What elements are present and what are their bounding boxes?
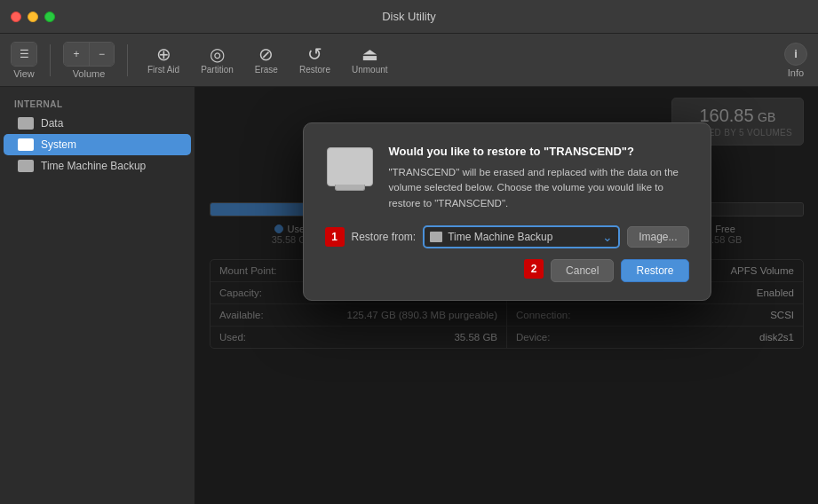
add-volume-button[interactable]: + bbox=[64, 43, 89, 66]
view-label: View bbox=[13, 68, 35, 79]
dialog-body: "TRANSCEND" will be erased and replaced … bbox=[389, 165, 689, 211]
chevron-down-icon: ⌄ bbox=[602, 230, 613, 244]
window-title: Disk Utility bbox=[382, 10, 436, 23]
partition-label: Partition bbox=[201, 65, 234, 75]
info-button[interactable]: i bbox=[784, 43, 807, 66]
first-aid-button[interactable]: ⊕ First Aid bbox=[140, 42, 187, 78]
view-sidebar-button[interactable]: ☰ bbox=[12, 43, 36, 66]
sidebar: Internal Data System Time Machine Backup bbox=[0, 87, 195, 504]
sidebar-item-time-machine[interactable]: Time Machine Backup bbox=[4, 155, 191, 177]
select-disk-icon bbox=[430, 232, 442, 242]
dialog-disk-icon bbox=[325, 145, 375, 189]
toolbar-view-group: ☰ View bbox=[11, 42, 37, 79]
dialog-title: Would you like to restore to "TRANSCEND"… bbox=[389, 145, 689, 158]
restore-from-label: Restore from: bbox=[352, 231, 417, 243]
toolbar-divider bbox=[50, 44, 51, 76]
sidebar-item-system-label: System bbox=[41, 138, 76, 151]
toolbar: ☰ View + − Volume ⊕ First Aid ◎ Partitio… bbox=[0, 34, 818, 87]
restore-from-select[interactable]: Time Machine Backup ⌄ bbox=[423, 225, 620, 248]
restore-from-row: 1 Restore from: Time Machine Backup ⌄ Im… bbox=[325, 225, 689, 248]
sidebar-item-system[interactable]: System bbox=[4, 134, 191, 155]
dialog-overlay: Would you like to restore to "TRANSCEND"… bbox=[195, 87, 818, 504]
erase-label: Erase bbox=[255, 65, 278, 75]
content-area: 160.85 GB Shared by 5 volumes Would you … bbox=[195, 87, 818, 504]
restore-from-value: Time Machine Backup bbox=[448, 231, 597, 243]
disk-icon-system bbox=[18, 138, 34, 151]
title-bar: Disk Utility bbox=[0, 0, 818, 34]
partition-button[interactable]: ◎ Partition bbox=[194, 42, 241, 78]
dialog-buttons: 2 Cancel Restore bbox=[325, 259, 689, 282]
unmount-button[interactable]: ⏏ Unmount bbox=[345, 42, 395, 78]
disk-icon-data bbox=[18, 117, 34, 130]
main-area: Internal Data System Time Machine Backup… bbox=[0, 87, 818, 504]
info-label: Info bbox=[788, 67, 804, 78]
sidebar-section-internal: Internal bbox=[0, 94, 195, 113]
remove-volume-button[interactable]: − bbox=[89, 43, 114, 66]
restore-label: Restore bbox=[299, 65, 330, 75]
disk-image bbox=[327, 147, 373, 186]
first-aid-label: First Aid bbox=[147, 65, 179, 75]
volume-label: Volume bbox=[73, 68, 106, 79]
minimize-button[interactable] bbox=[28, 12, 38, 22]
first-aid-icon: ⊕ bbox=[156, 45, 171, 63]
sidebar-item-data[interactable]: Data bbox=[4, 113, 191, 134]
view-button-group: ☰ bbox=[11, 42, 37, 67]
volume-button-group: + − bbox=[63, 42, 115, 67]
cancel-button[interactable]: Cancel bbox=[551, 259, 614, 282]
dialog-text-content: Would you like to restore to "TRANSCEND"… bbox=[389, 145, 689, 211]
restore-button[interactable]: Restore bbox=[621, 259, 688, 282]
restore-dialog: Would you like to restore to "TRANSCEND"… bbox=[303, 122, 711, 301]
step-badge-2: 2 bbox=[524, 259, 544, 279]
sidebar-item-time-machine-label: Time Machine Backup bbox=[41, 160, 146, 172]
close-button[interactable] bbox=[11, 12, 21, 22]
sidebar-item-data-label: Data bbox=[41, 117, 63, 130]
restore-toolbar-button[interactable]: ↺ Restore bbox=[292, 42, 338, 78]
erase-icon: ⊘ bbox=[258, 45, 274, 63]
erase-button[interactable]: ⊘ Erase bbox=[248, 42, 285, 78]
unmount-icon: ⏏ bbox=[361, 45, 378, 63]
step-badge-1: 1 bbox=[325, 227, 345, 247]
disk-icon-time-machine bbox=[18, 160, 34, 172]
restore-icon: ↺ bbox=[307, 45, 322, 63]
traffic-lights bbox=[11, 12, 55, 22]
partition-icon: ◎ bbox=[210, 45, 225, 63]
maximize-button[interactable] bbox=[44, 12, 55, 22]
info-button-group: i Info bbox=[784, 43, 807, 78]
toolbar-divider2 bbox=[127, 44, 128, 76]
image-button[interactable]: Image... bbox=[627, 226, 688, 248]
unmount-label: Unmount bbox=[352, 65, 388, 75]
toolbar-volume-group: + − Volume bbox=[63, 42, 115, 79]
dialog-header: Would you like to restore to "TRANSCEND"… bbox=[325, 145, 689, 211]
